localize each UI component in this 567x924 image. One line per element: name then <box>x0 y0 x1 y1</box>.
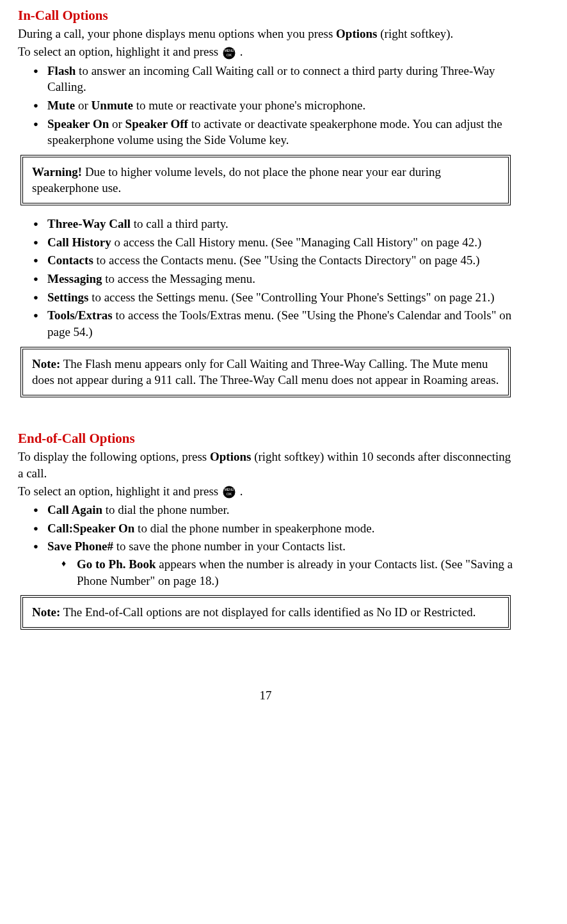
list-item: Flash to answer an incoming Call Waiting… <box>33 63 513 95</box>
text: During a call, your phone displays menu … <box>18 27 336 40</box>
list-item: Contacts to access the Contacts menu. (S… <box>33 252 513 269</box>
option-name: Speaker Off <box>125 117 188 131</box>
list-item: Go to Ph. Book appears when the number i… <box>61 556 513 589</box>
option-name: Save Phone# <box>47 539 113 553</box>
text: to access the Messaging menu. <box>102 272 256 285</box>
option-name: Flash <box>47 64 76 77</box>
option-name: Settings <box>47 291 88 304</box>
option-name: Contacts <box>47 253 93 267</box>
menu-ok-icon: MENUOK <box>223 486 236 498</box>
section-heading: In-Call Options <box>18 6 513 24</box>
svg-text:MENU: MENU <box>225 49 234 52</box>
warning-text: Due to higher volume levels, do not plac… <box>32 165 441 195</box>
warning-label: Warning! <box>32 165 82 179</box>
text: or <box>109 117 125 131</box>
note-label: Note: <box>32 357 60 370</box>
text: To display the following options, press <box>18 450 210 463</box>
text: to dial the phone number in speakerphone… <box>134 522 374 535</box>
list-item: Call History o access the Call History m… <box>33 234 513 251</box>
list-item: Save Phone# to save the phone number in … <box>33 538 513 589</box>
text: . <box>237 45 243 58</box>
note-box: Note: The Flash menu appears only for Ca… <box>20 347 511 397</box>
svg-text:OK: OK <box>227 492 232 496</box>
text: to dial the phone number. <box>102 503 229 516</box>
menu-ok-icon: MENUOK <box>223 47 236 60</box>
list-item: Call Again to dial the phone number. <box>33 502 513 518</box>
text: To select an option, highlight it and pr… <box>18 484 221 498</box>
text: To select an option, highlight it and pr… <box>18 45 221 58</box>
option-name: Tools/Extras <box>47 308 113 322</box>
text: to access the Settings menu. (See "Contr… <box>88 291 494 304</box>
text: to access the Contacts menu. (See "Using… <box>93 253 480 267</box>
bullet-list: Call Again to dial the phone number. Cal… <box>18 502 513 589</box>
text: to access the Tools/Extras menu. (See "U… <box>47 308 511 339</box>
intro-paragraph-2: To select an option, highlight it and pr… <box>18 44 513 60</box>
text: to save the phone number in your Contact… <box>113 539 346 553</box>
page-number: 17 <box>18 687 513 704</box>
text: (right softkey). <box>378 27 454 40</box>
text: or <box>75 99 91 112</box>
note-text: The Flash menu appears only for Call Wai… <box>32 357 499 387</box>
list-item: Call:Speaker On to dial the phone number… <box>33 520 513 537</box>
option-name: Speaker On <box>47 117 109 131</box>
text: to answer an incoming Call Waiting call … <box>47 64 495 94</box>
option-name: Unmute <box>92 99 133 112</box>
option-name: Go to Ph. Book <box>77 557 156 571</box>
option-name: Call:Speaker On <box>47 522 134 535</box>
list-item: Messaging to access the Messaging menu. <box>33 271 513 287</box>
intro-paragraph: To display the following options, press … <box>18 449 513 481</box>
sub-list: Go to Ph. Book appears when the number i… <box>47 556 513 589</box>
list-item: Tools/Extras to access the Tools/Extras … <box>33 307 513 340</box>
option-name: Messaging <box>47 272 102 285</box>
note-box: Note: The End-of-Call options are not di… <box>20 595 511 630</box>
text: to call a third party. <box>131 217 228 230</box>
intro-paragraph-2: To select an option, highlight it and pr… <box>18 483 513 500</box>
intro-paragraph: During a call, your phone displays menu … <box>18 26 513 42</box>
note-text: The End-of-Call options are not displaye… <box>60 605 475 619</box>
bullet-list: Three-Way Call to call a third party. Ca… <box>18 216 513 340</box>
text: . <box>237 484 243 498</box>
option-name: Call Again <box>47 503 102 516</box>
text: o access the Call History menu. (See "Ma… <box>111 235 482 249</box>
list-item: Speaker On or Speaker Off to activate or… <box>33 116 513 148</box>
options-label: Options <box>336 27 377 40</box>
option-name: Call History <box>47 235 111 249</box>
svg-text:MENU: MENU <box>225 488 234 491</box>
svg-text:OK: OK <box>227 53 232 57</box>
text: to mute or reactivate your phone's micro… <box>133 99 365 112</box>
note-label: Note: <box>32 605 60 619</box>
list-item: Settings to access the Settings menu. (S… <box>33 289 513 306</box>
option-name: Mute <box>47 99 75 112</box>
warning-box: Warning! Due to higher volume levels, do… <box>20 155 511 205</box>
options-label: Options <box>210 450 251 463</box>
bullet-list: Flash to answer an incoming Call Waiting… <box>18 63 513 148</box>
option-name: Three-Way Call <box>47 217 131 230</box>
list-item: Three-Way Call to call a third party. <box>33 216 513 232</box>
section-heading: End-of-Call Options <box>18 429 513 447</box>
list-item: Mute or Unmute to mute or reactivate you… <box>33 97 513 114</box>
